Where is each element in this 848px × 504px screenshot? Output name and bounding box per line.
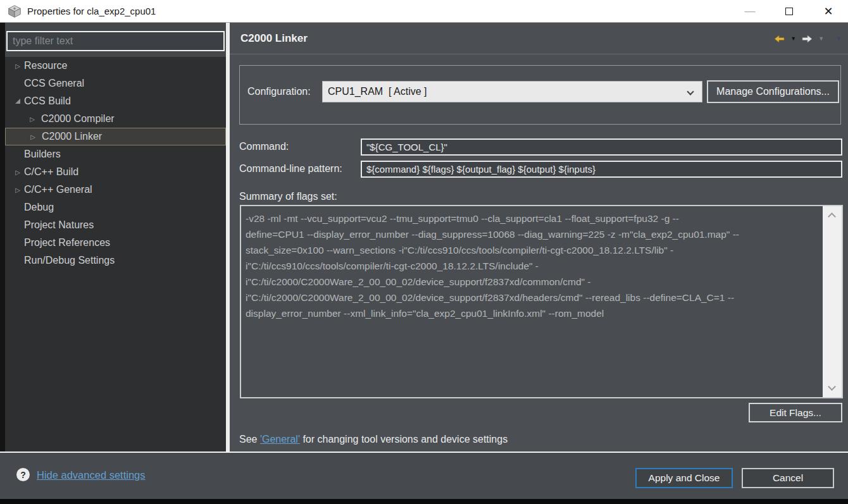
flag-line: -v28 -ml -mt --vcu_support=vcu2 --tmu_su… [246,211,819,226]
sidebar-item-project-references[interactable]: Project References [5,234,226,252]
flags-summary-text: -v28 -ml -mt --vcu_support=vcu2 --tmu_su… [241,206,823,397]
sidebar-item-debug[interactable]: Debug [5,199,226,216]
sidebar-item-label: C/C++ General [24,184,92,195]
configuration-label: Configuration: [247,81,311,102]
maximize-icon [785,8,793,15]
sidebar-item-label: Resource [24,60,67,71]
general-link[interactable]: 'General' [260,434,300,445]
apply-and-close-button[interactable]: Apply and Close [635,468,733,488]
flags-scrollbar[interactable] [823,206,842,397]
back-arrow-icon[interactable] [774,35,785,43]
edit-flags-button[interactable]: Edit Flags... [749,403,842,422]
command-line-pattern-label: Command-line pattern: [239,163,342,175]
configuration-value: CPU1_RAM [ Active ] [328,86,427,97]
properties-dialog: Properties for cla_exp2_cpu01 — ✕ type f… [0,0,848,504]
tree-twistie-icon[interactable]: ▷ [28,116,36,123]
chevron-down-icon [687,88,694,95]
window-frame-bottom [0,499,848,504]
scroll-up-icon[interactable] [828,212,836,221]
sidebar-item-label: Project References [24,237,110,249]
sidebar-item-label: C2000 Compiler [41,113,115,125]
flags-summary-box[interactable]: -v28 -ml -mt --vcu_support=vcu2 --tmu_su… [240,205,843,398]
footer-note-suffix: for changing tool versions and device se… [300,434,508,445]
sidebar-item-label: Run/Debug Settings [24,255,115,266]
filter-input[interactable]: type filter text [6,31,225,51]
command-label: Command: [239,141,289,152]
cancel-button[interactable]: Cancel [742,468,834,488]
sidebar-item-label: CCS Build [24,95,71,107]
footer-note: See 'General' for changing tool versions… [239,434,508,445]
sidebar-item-c-c-build[interactable]: ▷C/C++ Build [5,163,226,181]
sidebar-item-label: CCS General [24,78,84,89]
sidebar-item-project-natures[interactable]: Project Natures [5,216,226,234]
footer-note-prefix: See [239,434,260,445]
forward-history-dropdown-icon[interactable]: ▼ [818,36,824,42]
maximize-button[interactable] [770,0,809,22]
window-frame-left [0,23,5,499]
sidebar-item-label: C2000 Linker [42,131,102,142]
tree-twistie-icon[interactable] [14,95,22,107]
sidebar-item-ccs-build[interactable]: CCS Build [5,92,226,110]
sidebar-item-c2000-compiler[interactable]: ▷C2000 Compiler [5,110,226,128]
view-menu-icon[interactable]: ▼ [836,36,842,42]
flag-line: define=CPU1 --display_error_number --dia… [246,226,819,242]
close-button[interactable]: ✕ [809,0,848,22]
tree-twistie-icon[interactable]: ▷ [14,63,22,70]
main-panel: C2000 Linker ▼ ▼ ▼ Configuration: CPU1_R… [230,23,848,452]
tree-twistie-icon[interactable]: ▷ [29,133,37,140]
bottom-bar: ? Hide advanced settings Apply and Close… [0,453,848,499]
page-header: C2000 Linker ▼ ▼ ▼ [230,23,848,54]
flag-line: stack_size=0x100 --warn_sections -i"C:/t… [246,242,819,258]
sidebar-item-label: Project Natures [24,219,94,231]
command-line-pattern-input[interactable]: ${command} ${flags} ${output_flag} ${out… [361,161,842,178]
sidebar-item-label: C/C++ Build [24,166,78,178]
tree-twistie-icon[interactable]: ▷ [14,169,22,176]
sidebar-item-builders[interactable]: Builders [5,145,226,163]
manage-configurations-button[interactable]: Manage Configurations... [707,80,839,103]
title-bar[interactable]: Properties for cla_exp2_cpu01 — ✕ [0,0,848,23]
properties-tree: ▷ResourceCCS GeneralCCS Build▷C2000 Comp… [5,57,226,269]
sidebar-item-run-debug-settings[interactable]: Run/Debug Settings [5,252,226,269]
minimize-button[interactable]: — [730,0,770,22]
sidebar-item-c2000-linker[interactable]: ▷C2000 Linker [5,128,226,145]
flag-line: i"C:/ti/c2000/C2000Ware_2_00_00_02/devic… [246,290,819,305]
page-title: C2000 Linker [240,32,308,45]
command-input[interactable]: "${CG_TOOL_CL}" [361,138,842,156]
sidebar-item-label: Debug [24,202,54,213]
forward-arrow-icon[interactable] [802,35,813,43]
sidebar-item-ccs-general[interactable]: CCS General [5,75,226,92]
properties-sidebar: type filter text ▷ResourceCCS GeneralCCS… [5,23,226,452]
sidebar-item-c-c-general[interactable]: ▷C/C++ General [5,181,226,199]
sidebar-item-resource[interactable]: ▷Resource [5,57,226,75]
filter-area: type filter text [5,23,226,57]
help-icon[interactable]: ? [16,468,30,481]
cube-icon [8,5,21,18]
flag-line: display_error_number --xml_link_info="cl… [246,305,819,321]
window-title: Properties for cla_exp2_cpu01 [27,6,156,16]
flag-line: i"C:/ti/ccs910/ccs/tools/compiler/ti-cgt… [246,258,819,274]
configuration-select[interactable]: CPU1_RAM [ Active ] [322,81,702,102]
hide-advanced-settings-link[interactable]: Hide advanced settings [37,469,146,481]
scroll-down-icon[interactable] [828,383,836,391]
sidebar-item-label: Builders [24,149,61,160]
tree-twistie-icon[interactable]: ▷ [14,187,22,194]
configuration-group: Configuration: CPU1_RAM [ Active ] Manag… [239,65,841,125]
back-history-dropdown-icon[interactable]: ▼ [790,36,796,42]
summary-of-flags-label: Summary of flags set: [239,191,337,202]
flag-line: i"C:/ti/c2000/C2000Ware_2_00_00_02/devic… [246,274,819,290]
